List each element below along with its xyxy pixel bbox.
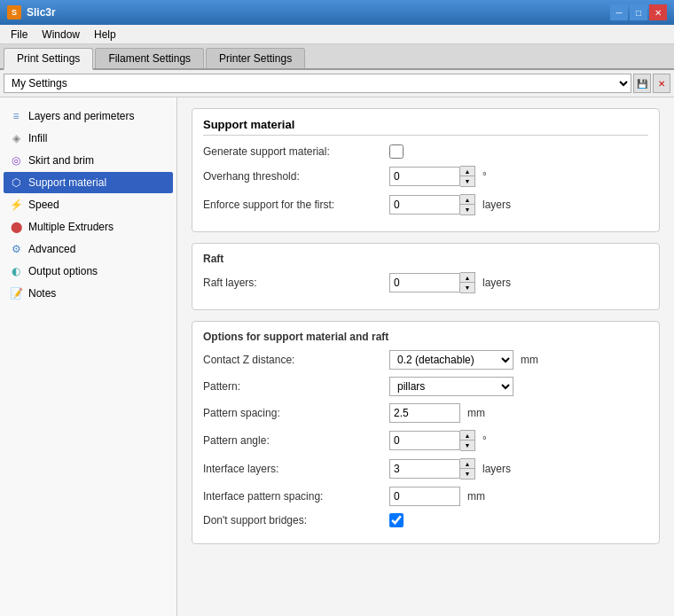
contact-z-select[interactable]: 0.2 (detachable) 0 (soluble) — [389, 350, 513, 370]
minimize-button[interactable]: ─ — [610, 4, 628, 20]
raft-layers-spinbox: ▲ ▼ — [389, 272, 475, 293]
raft-layers-spinbox-buttons: ▲ ▼ — [460, 272, 475, 293]
pattern-select[interactable]: pillars rectilinear honeycomb — [389, 377, 513, 396]
overhang-unit: ° — [482, 170, 487, 183]
dont-support-bridges-group: Don't support bridges: — [203, 513, 648, 527]
sidebar-label-notes: Notes — [28, 287, 56, 300]
enforce-support-control: ▲ ▼ layers — [389, 194, 511, 215]
contact-z-control: 0.2 (detachable) 0 (soluble) mm — [389, 350, 538, 370]
sidebar-item-support[interactable]: ⬡ Support material — [4, 172, 173, 193]
sidebar-label-layers: Layers and perimeters — [28, 110, 134, 122]
output-icon: ◐ — [9, 264, 23, 278]
raft-layers-up-button[interactable]: ▲ — [460, 273, 474, 283]
raft-title: Raft — [203, 253, 648, 265]
generate-support-group: Generate support material: — [203, 144, 648, 159]
menu-help[interactable]: Help — [87, 27, 123, 43]
sidebar-item-output[interactable]: ◐ Output options — [4, 261, 173, 282]
interface-layers-input[interactable] — [389, 459, 460, 479]
sidebar-item-layers[interactable]: ≡ Layers and perimeters — [4, 105, 173, 127]
pattern-spacing-input[interactable] — [389, 403, 460, 423]
interface-layers-down-button[interactable]: ▼ — [460, 469, 474, 479]
interface-pattern-input[interactable] — [389, 487, 460, 506]
pattern-angle-up-button[interactable]: ▲ — [460, 431, 474, 441]
overhang-threshold-label: Overhang threshold: — [203, 170, 389, 183]
dont-support-bridges-checkbox[interactable] — [389, 513, 404, 527]
pattern-angle-control: ▲ ▼ ° — [389, 430, 487, 451]
contact-z-unit: mm — [521, 354, 538, 366]
enforce-up-button[interactable]: ▲ — [460, 195, 474, 205]
overhang-down-button[interactable]: ▼ — [460, 176, 474, 186]
raft-layers-unit: layers — [482, 277, 511, 289]
pattern-label: Pattern: — [203, 380, 389, 393]
sidebar-item-advanced[interactable]: ⚙ Advanced — [4, 238, 173, 260]
tab-bar: Print Settings Filament Settings Printer… — [0, 44, 674, 70]
pattern-angle-down-button[interactable]: ▼ — [460, 441, 474, 450]
sidebar-label-output: Output options — [28, 265, 98, 277]
maximize-button[interactable]: □ — [630, 4, 647, 20]
sidebar-label-support: Support material — [28, 176, 106, 189]
overhang-up-button[interactable]: ▲ — [460, 167, 474, 176]
dont-support-bridges-label: Don't support bridges: — [203, 514, 389, 526]
enforce-spinbox-buttons: ▲ ▼ — [460, 194, 475, 215]
pattern-angle-unit: ° — [482, 434, 487, 447]
enforce-input[interactable] — [389, 195, 460, 214]
support-icon: ⬡ — [9, 175, 23, 190]
menu-file[interactable]: File — [4, 27, 35, 43]
pattern-angle-spinbox-buttons: ▲ ▼ — [460, 430, 475, 451]
enforce-spinbox: ▲ ▼ — [389, 194, 475, 215]
enforce-down-button[interactable]: ▼ — [460, 205, 474, 214]
interface-layers-group: Interface layers: ▲ ▼ layers — [203, 458, 648, 480]
enforce-support-label: Enforce support for the first: — [203, 199, 389, 211]
close-button[interactable]: ✕ — [649, 4, 667, 20]
sidebar-item-notes[interactable]: 📝 Notes — [4, 283, 173, 304]
pattern-spacing-unit: mm — [467, 407, 485, 419]
interface-layers-up-button[interactable]: ▲ — [460, 459, 474, 469]
raft-layers-input[interactable] — [389, 273, 460, 292]
options-section: Options for support material and raft Co… — [192, 321, 660, 544]
generate-support-checkbox[interactable] — [389, 144, 404, 159]
preset-row: My Settings 💾 ✕ — [0, 70, 674, 97]
menu-window[interactable]: Window — [35, 27, 87, 43]
sidebar-item-skirt[interactable]: ◎ Skirt and brim — [4, 150, 173, 171]
overhang-threshold-control: ▲ ▼ ° — [389, 166, 487, 187]
advanced-icon: ⚙ — [9, 242, 23, 256]
sidebar-item-speed[interactable]: ⚡ Speed — [4, 194, 173, 215]
sidebar-item-extruders[interactable]: ⬤ Multiple Extruders — [4, 216, 173, 238]
title-bar: S Slic3r ─ □ ✕ — [0, 0, 674, 25]
extruder-icon: ⬤ — [9, 220, 23, 234]
preset-delete-button[interactable]: ✕ — [653, 74, 670, 93]
pattern-spacing-control: mm — [389, 403, 485, 423]
raft-layers-label: Raft layers: — [203, 277, 389, 289]
overhang-threshold-group: Overhang threshold: ▲ ▼ ° — [203, 166, 648, 187]
support-material-title: Support material — [203, 118, 648, 136]
preset-select[interactable]: My Settings — [4, 74, 631, 93]
enforce-unit: layers — [482, 199, 511, 211]
pattern-control: pillars rectilinear honeycomb — [389, 377, 513, 396]
pattern-angle-input[interactable] — [389, 431, 460, 450]
overhang-spinbox-buttons: ▲ ▼ — [460, 166, 475, 187]
enforce-support-group: Enforce support for the first: ▲ ▼ layer… — [203, 194, 648, 215]
overhang-spinbox: ▲ ▼ — [389, 166, 475, 187]
raft-layers-control: ▲ ▼ layers — [389, 272, 511, 293]
raft-layers-down-button[interactable]: ▼ — [460, 283, 474, 292]
right-panel: Support material Generate support materi… — [177, 97, 674, 616]
tab-print-settings[interactable]: Print Settings — [4, 48, 93, 70]
pattern-angle-group: Pattern angle: ▲ ▼ ° — [203, 430, 648, 451]
tab-filament-settings[interactable]: Filament Settings — [95, 48, 204, 68]
notes-icon: 📝 — [9, 286, 23, 300]
contact-z-group: Contact Z distance: 0.2 (detachable) 0 (… — [203, 350, 648, 370]
window-controls: ─ □ ✕ — [610, 4, 667, 20]
sidebar-item-infill[interactable]: ◈ Infill — [4, 128, 173, 149]
layers-icon: ≡ — [9, 109, 23, 123]
tab-printer-settings[interactable]: Printer Settings — [206, 48, 305, 68]
sidebar-label-speed: Speed — [28, 199, 59, 211]
interface-layers-unit: layers — [482, 463, 511, 475]
raft-layers-group: Raft layers: ▲ ▼ layers — [203, 272, 648, 293]
interface-pattern-control: mm — [389, 487, 485, 506]
pattern-spacing-group: Pattern spacing: mm — [203, 403, 648, 423]
contact-z-label: Contact Z distance: — [203, 354, 389, 366]
sidebar: ≡ Layers and perimeters ◈ Infill ◎ Skirt… — [0, 97, 177, 616]
preset-save-button[interactable]: 💾 — [633, 74, 651, 93]
overhang-input[interactable] — [389, 167, 460, 186]
interface-pattern-group: Interface pattern spacing: mm — [203, 487, 648, 506]
